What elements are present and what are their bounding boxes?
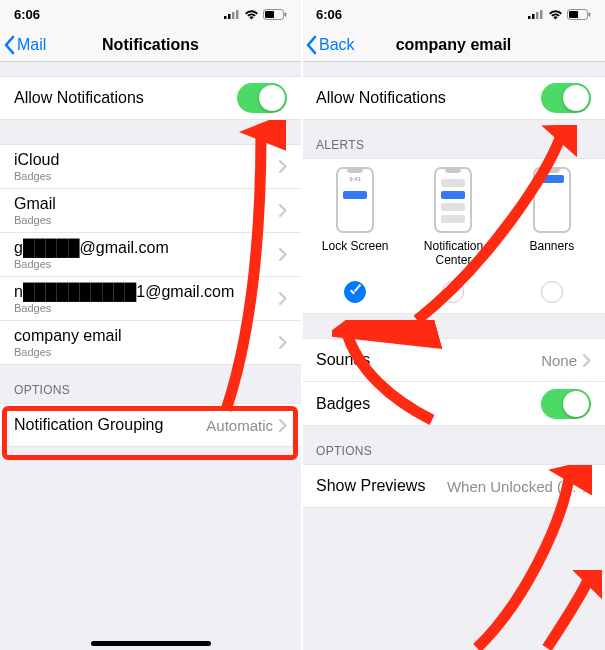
signal-icon — [224, 9, 240, 19]
nav-bar: Back company email — [302, 28, 605, 62]
status-bar: 6:06 — [0, 0, 301, 28]
allow-notifications-label: Allow Notifications — [14, 89, 237, 107]
svg-rect-3 — [236, 10, 239, 19]
chevron-right-icon — [583, 354, 591, 367]
svg-rect-9 — [532, 14, 535, 19]
chevron-right-icon — [279, 248, 287, 261]
back-button[interactable]: Back — [306, 28, 355, 61]
alert-option-lock-screen[interactable]: 9:41 Lock Screen — [310, 167, 400, 267]
radio-lock-screen[interactable] — [344, 281, 366, 303]
chevron-right-icon — [279, 419, 287, 432]
chevron-right-icon — [583, 480, 591, 493]
svg-rect-2 — [232, 12, 235, 19]
status-right — [528, 9, 591, 20]
wifi-icon — [548, 9, 563, 20]
previews-value: When Unlocked (… — [447, 478, 577, 495]
show-previews-row[interactable]: Show Previews When Unlocked (… — [302, 464, 605, 508]
status-time: 6:06 — [14, 7, 54, 22]
svg-rect-11 — [540, 10, 543, 19]
svg-rect-0 — [224, 16, 227, 19]
alert-option-label: Notification Center — [408, 239, 498, 267]
back-label: Mail — [17, 36, 46, 54]
account-name: n██████████1@gmail.com — [14, 283, 279, 301]
nav-title: Notifications — [102, 36, 199, 54]
screen-company-email: 6:06 Back company email Allow Notificati… — [302, 0, 605, 650]
home-indicator[interactable] — [91, 641, 211, 646]
allow-notifications-row: Allow Notifications — [302, 76, 605, 120]
sounds-row[interactable]: Sounds None — [302, 338, 605, 382]
svg-rect-5 — [265, 11, 274, 18]
options-header: OPTIONS — [0, 365, 301, 403]
account-row-4[interactable]: n██████████1@gmail.comBadges — [0, 277, 301, 321]
svg-rect-1 — [228, 14, 231, 19]
radio-notification-center[interactable] — [442, 281, 464, 303]
wifi-icon — [244, 9, 259, 20]
back-label: Back — [319, 36, 355, 54]
badges-row: Badges — [302, 382, 605, 426]
sounds-label: Sounds — [316, 351, 541, 369]
screen-divider — [301, 0, 303, 650]
alerts-header: ALERTS — [302, 120, 605, 158]
phone-time: 9:41 — [338, 176, 372, 182]
chevron-right-icon — [279, 336, 287, 349]
previews-label: Show Previews — [316, 477, 447, 495]
grouping-value: Automatic — [206, 417, 273, 434]
svg-rect-13 — [569, 11, 578, 18]
svg-rect-10 — [536, 12, 539, 19]
chevron-left-icon — [4, 35, 16, 55]
account-sub: Badges — [14, 170, 279, 182]
account-name: iCloud — [14, 151, 279, 169]
options-header: OPTIONS — [302, 426, 605, 464]
sounds-value: None — [541, 352, 577, 369]
account-row-gmail[interactable]: GmailBadges — [0, 189, 301, 233]
alert-option-label: Lock Screen — [322, 239, 389, 267]
account-sub: Badges — [14, 302, 279, 314]
alerts-radio-row — [302, 277, 605, 314]
account-row-icloud[interactable]: iCloudBadges — [0, 144, 301, 189]
battery-icon — [567, 9, 591, 20]
allow-notifications-toggle[interactable] — [237, 83, 287, 113]
account-name: g█████@gmail.com — [14, 239, 279, 257]
account-sub: Badges — [14, 258, 279, 270]
allow-notifications-label: Allow Notifications — [316, 89, 541, 107]
chevron-left-icon — [306, 35, 318, 55]
badges-toggle[interactable] — [541, 389, 591, 419]
svg-rect-14 — [589, 12, 591, 16]
allow-notifications-row: Allow Notifications — [0, 76, 301, 120]
account-name: Gmail — [14, 195, 279, 213]
alert-option-notification-center[interactable]: Notification Center — [408, 167, 498, 267]
status-bar: 6:06 — [302, 0, 605, 28]
status-right — [224, 9, 287, 20]
badges-label: Badges — [316, 395, 541, 413]
grouping-label: Notification Grouping — [14, 416, 206, 434]
chevron-right-icon — [279, 160, 287, 173]
account-name: company email — [14, 327, 279, 345]
svg-rect-6 — [285, 12, 287, 16]
svg-rect-8 — [528, 16, 531, 19]
nav-title: company email — [396, 36, 512, 54]
account-row-company-email[interactable]: company emailBadges — [0, 321, 301, 365]
battery-icon — [263, 9, 287, 20]
notification-grouping-row[interactable]: Notification Grouping Automatic — [0, 403, 301, 447]
alert-option-label: Banners — [529, 239, 574, 267]
radio-banners[interactable] — [541, 281, 563, 303]
alert-option-banners[interactable]: Banners — [507, 167, 597, 267]
account-sub: Badges — [14, 214, 279, 226]
chevron-right-icon — [279, 204, 287, 217]
status-time: 6:06 — [316, 7, 356, 22]
alerts-panel: 9:41 Lock Screen Notification Center Ban… — [302, 158, 605, 277]
chevron-right-icon — [279, 292, 287, 305]
signal-icon — [528, 9, 544, 19]
account-sub: Badges — [14, 346, 279, 358]
back-button[interactable]: Mail — [4, 28, 46, 61]
screen-mail-notifications: 6:06 Mail Notifications Allow Notificati… — [0, 0, 302, 650]
annotation-arrow — [542, 570, 602, 650]
allow-notifications-toggle[interactable] — [541, 83, 591, 113]
nav-bar: Mail Notifications — [0, 28, 301, 62]
account-row-3[interactable]: g█████@gmail.comBadges — [0, 233, 301, 277]
